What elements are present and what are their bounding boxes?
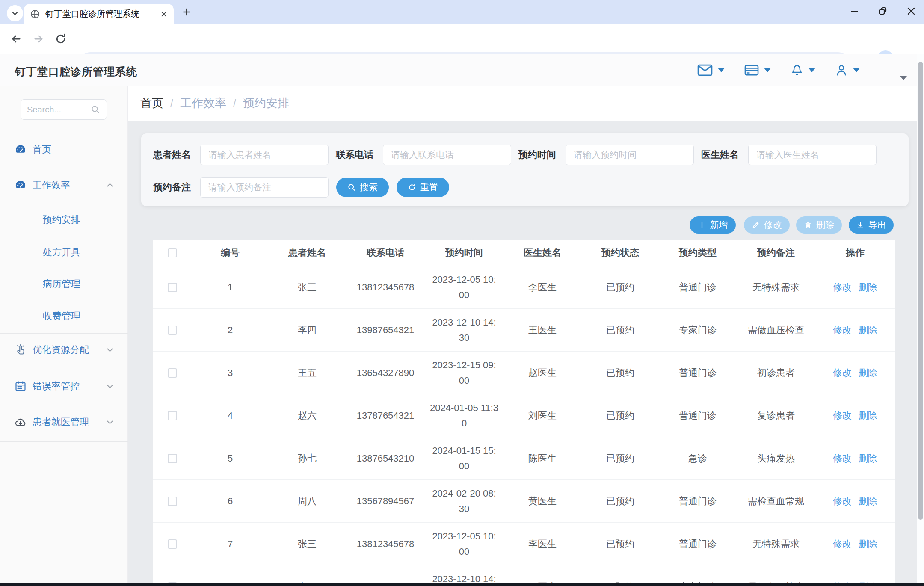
row-edit-link[interactable]: 修改: [833, 495, 852, 508]
cell-status: 已预约: [582, 367, 659, 379]
breadcrumb-work-efficiency[interactable]: 工作效率: [180, 95, 226, 111]
row-edit-link[interactable]: 修改: [833, 281, 852, 294]
row-delete-link[interactable]: 删除: [859, 367, 877, 379]
sidebar-subitem-label: 病历管理: [43, 278, 80, 290]
row-edit-link[interactable]: 修改: [833, 409, 852, 422]
cell-patient-name: 周八: [269, 495, 346, 508]
tab-close-icon[interactable]: [160, 10, 168, 18]
doctor-name-input[interactable]: [748, 145, 877, 165]
row-delete-link[interactable]: 删除: [859, 495, 877, 508]
cell-phone: 13567894567: [346, 496, 425, 507]
new-tab-button[interactable]: [181, 7, 192, 17]
cell-status: 已预约: [582, 409, 659, 422]
cell-appointment-time: 2023-12-15 09: 00: [425, 358, 503, 388]
export-button-label: 导出: [868, 219, 886, 231]
row-delete-link[interactable]: 删除: [859, 409, 877, 422]
row-delete-link[interactable]: 删除: [859, 452, 877, 465]
caret-down-icon: [808, 68, 815, 72]
row-checkbox[interactable]: [168, 283, 177, 292]
browser-toolbar: localhost:9000/dv/appointmentarrangement: [0, 24, 924, 54]
delete-button[interactable]: 删除: [796, 216, 842, 234]
divider: [0, 404, 128, 404]
sidebar-item-work-efficiency[interactable]: 工作效率: [0, 173, 128, 197]
user-icon: [835, 64, 848, 77]
chevron-up-icon: [106, 181, 114, 189]
column-header-status: 预约状态: [582, 246, 659, 259]
browser-tab[interactable]: 钉丁堂口腔诊所管理系统: [24, 4, 174, 24]
table-header-row: 编号 患者姓名 联系电话 预约时间 医生姓名 预约状态 预约类型 预约备注 操作: [153, 240, 895, 266]
sidebar-subitem-appointment[interactable]: 预约安排: [0, 209, 128, 231]
tab-list-chevron-button[interactable]: [7, 5, 23, 21]
note-input[interactable]: [200, 177, 329, 198]
row-checkbox[interactable]: [168, 539, 177, 549]
edit-button[interactable]: 修改: [744, 216, 790, 234]
appointment-time-input[interactable]: [566, 145, 694, 165]
dashboard-icon: [15, 144, 27, 156]
cell-type: 专家门诊: [659, 324, 737, 337]
page-scrollbar[interactable]: [917, 54, 924, 583]
window-restore-icon[interactable]: [878, 6, 888, 16]
caret-down-icon: [764, 68, 771, 72]
cell-phone: 13654327890: [346, 367, 425, 379]
notifications-menu[interactable]: [791, 64, 815, 77]
sidebar-item-label: 首页: [33, 143, 51, 156]
window-close-icon[interactable]: [906, 6, 916, 16]
row-edit-link[interactable]: 修改: [833, 324, 852, 337]
row-edit-link[interactable]: 修改: [833, 452, 852, 465]
row-checkbox[interactable]: [168, 411, 177, 420]
pencil-icon: [752, 221, 760, 229]
row-checkbox[interactable]: [168, 368, 177, 378]
caret-down-icon: [718, 68, 725, 72]
phone-input[interactable]: [383, 145, 511, 165]
sidebar-search-input[interactable]: [27, 105, 87, 115]
export-button[interactable]: 导出: [849, 216, 894, 234]
row-edit-link[interactable]: 修改: [833, 538, 852, 550]
patient-name-label: 患者姓名: [153, 148, 191, 161]
sidebar-subitem-medical-records[interactable]: 病历管理: [0, 273, 128, 295]
header-collapse-caret-icon[interactable]: [900, 76, 907, 80]
sidebar: 首页 工作效率 预约安排 处方开具 病历管理 收费管理 优化资源分配: [0, 86, 128, 583]
cell-doctor-name: 李医生: [503, 281, 582, 294]
search-button[interactable]: 搜索: [336, 178, 389, 197]
add-button[interactable]: 新增: [690, 216, 736, 234]
user-menu[interactable]: [835, 64, 860, 77]
row-checkbox[interactable]: [168, 454, 177, 463]
patient-name-input[interactable]: [200, 145, 329, 165]
search-icon: [90, 104, 101, 115]
panel-menu[interactable]: [744, 64, 771, 76]
select-all-checkbox[interactable]: [168, 248, 177, 257]
cell-doctor-name: 李医生: [503, 538, 582, 550]
messages-menu[interactable]: [697, 64, 725, 76]
row-delete-link[interactable]: 删除: [859, 281, 877, 294]
sidebar-item-error-rate[interactable]: 错误率管控: [0, 374, 128, 398]
row-checkbox[interactable]: [168, 497, 177, 506]
sidebar-subitem-prescription[interactable]: 处方开具: [0, 242, 128, 263]
chevron-down-icon: [106, 346, 114, 354]
reset-button[interactable]: 重置: [397, 178, 449, 197]
reload-icon[interactable]: [55, 33, 67, 45]
sidebar-subitem-billing[interactable]: 收费管理: [0, 305, 128, 327]
sidebar-subitem-label: 处方开具: [43, 246, 80, 259]
row-edit-link[interactable]: 修改: [833, 367, 852, 379]
sidebar-search[interactable]: [21, 99, 107, 120]
window-controls: [850, 6, 916, 16]
row-checkbox[interactable]: [168, 326, 177, 335]
window-minimize-icon[interactable]: [850, 6, 860, 16]
refresh-icon: [408, 183, 416, 192]
cell-phone: 13787654321: [346, 410, 425, 421]
row-delete-link[interactable]: 删除: [859, 538, 877, 550]
sidebar-item-home[interactable]: 首页: [0, 138, 128, 162]
caret-down-icon: [853, 68, 860, 72]
sidebar-item-resource-allocation[interactable]: 优化资源分配: [0, 338, 128, 362]
scrollbar-thumb[interactable]: [918, 62, 923, 520]
breadcrumb-home[interactable]: 首页: [140, 95, 163, 111]
column-header-note: 预约备注: [737, 246, 815, 259]
breadcrumb-appointment: 预约安排: [243, 95, 289, 111]
forward-icon[interactable]: [33, 33, 44, 45]
sidebar-item-patient-care[interactable]: 患者就医管理: [0, 410, 128, 434]
phone-label: 联系电话: [336, 148, 373, 161]
cell-type: 普通门诊: [659, 409, 737, 422]
row-delete-link[interactable]: 删除: [859, 324, 877, 337]
breadcrumb-separator: /: [170, 97, 173, 110]
back-icon[interactable]: [10, 33, 22, 45]
